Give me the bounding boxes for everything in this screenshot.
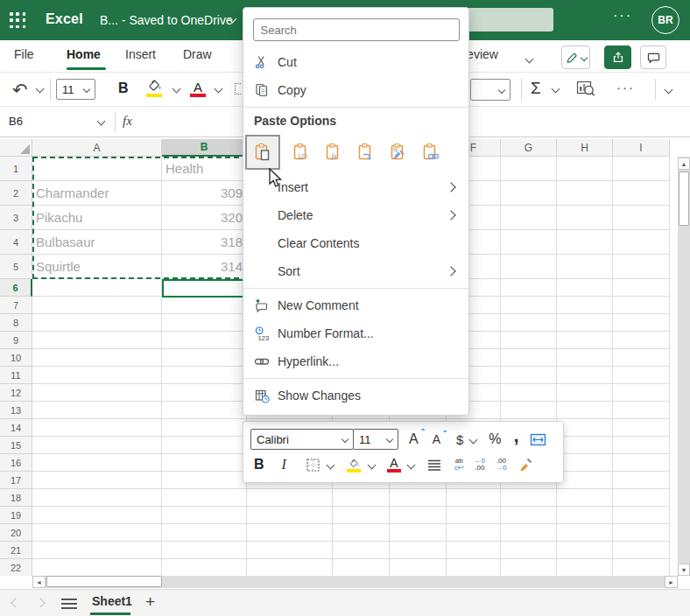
cell-G19[interactable] (501, 507, 557, 524)
cell-G13[interactable] (501, 402, 557, 419)
cell-A5[interactable]: Squirtle (32, 255, 162, 279)
cell-A12[interactable] (32, 384, 162, 402)
align-text-icon[interactable] (426, 458, 442, 471)
accounting-chevron-icon[interactable] (469, 435, 478, 444)
cell-F19[interactable] (447, 507, 501, 524)
cell-C21[interactable] (247, 542, 333, 559)
active-cell-outline[interactable] (162, 279, 249, 298)
cell-G7[interactable] (501, 297, 557, 314)
mini-fill-chevron-icon[interactable] (367, 460, 376, 469)
mini-bold-button[interactable]: B (254, 457, 264, 472)
scroll-left-button[interactable]: ◄ (32, 576, 46, 588)
cell-G10[interactable] (501, 349, 557, 367)
cell-I18[interactable] (613, 489, 670, 507)
cell-I3[interactable] (613, 206, 670, 230)
cell-A10[interactable] (32, 349, 162, 367)
wrap-text-icon[interactable]: abc↩ (454, 458, 464, 472)
menu-item-show-changes[interactable]: Show Changes (243, 382, 468, 410)
cell-I6[interactable] (613, 279, 670, 297)
font-color-chevron-icon[interactable] (215, 85, 223, 94)
font-color-icon[interactable]: A (194, 80, 202, 94)
decrease-decimal-icon[interactable]: .00→0 (496, 458, 506, 472)
cell-G2[interactable] (501, 181, 557, 206)
cell-G9[interactable] (501, 332, 557, 349)
undo-icon[interactable]: ↶ (12, 80, 28, 101)
scroll-up-button[interactable]: ▲ (678, 158, 690, 170)
decrease-font-size-icon[interactable]: Aˇ (433, 432, 440, 446)
font-name-select[interactable]: Calibri (250, 429, 354, 450)
cell-A20[interactable] (32, 524, 162, 542)
cell-I4[interactable] (613, 230, 670, 255)
tab-draw[interactable]: Draw (183, 47, 212, 61)
row-header-9[interactable]: 9 (0, 332, 32, 349)
select-all-corner[interactable] (0, 139, 32, 157)
borders-icon-partial[interactable] (235, 83, 241, 94)
cell-I8[interactable] (613, 314, 670, 332)
cell-G5[interactable] (501, 255, 557, 279)
editing-mode-button[interactable] (561, 46, 590, 69)
cell-D20[interactable] (333, 524, 390, 542)
mini-font-color-icon[interactable]: A (387, 458, 401, 472)
cell-H7[interactable] (557, 297, 613, 314)
cell-B12[interactable] (162, 384, 247, 402)
row-header-1[interactable]: 1 (0, 157, 32, 181)
name-box-chevron-icon[interactable] (97, 117, 106, 126)
row-header-16[interactable]: 16 (0, 454, 32, 472)
cell-I16[interactable] (613, 454, 670, 472)
row-header-17[interactable]: 17 (0, 472, 32, 489)
tab-home[interactable]: Home (67, 47, 101, 61)
cell-C22[interactable] (247, 559, 333, 576)
cell-A21[interactable] (32, 542, 162, 559)
cell-A11[interactable] (32, 367, 162, 384)
previous-sheet-icon[interactable] (11, 598, 20, 607)
cell-I17[interactable] (613, 472, 670, 489)
cell-F18[interactable] (447, 489, 501, 507)
cell-H16[interactable] (557, 454, 613, 472)
cell-A17[interactable] (32, 472, 162, 489)
cell-B1[interactable]: Health (162, 157, 247, 181)
paste-formatting-icon[interactable]: % (387, 135, 410, 170)
paste-icon[interactable] (245, 135, 280, 170)
cell-H19[interactable] (557, 507, 613, 524)
share-button[interactable] (604, 46, 631, 69)
cell-I15[interactable] (613, 437, 670, 454)
cell-B9[interactable] (162, 332, 247, 349)
cell-H9[interactable] (557, 332, 613, 349)
cell-I19[interactable] (613, 507, 670, 524)
cell-A22[interactable] (32, 559, 162, 576)
cell-E18[interactable] (390, 489, 447, 507)
mini-font-size-select[interactable]: 11 (353, 429, 398, 450)
scroll-right-button[interactable]: ► (665, 576, 678, 588)
comma-format-icon[interactable]: , (514, 424, 519, 447)
cell-H2[interactable] (557, 181, 613, 206)
menu-item-hyperlink[interactable]: Hyperlink... (243, 347, 468, 375)
cell-A4[interactable]: Bulbasaur (32, 230, 162, 255)
cell-B2[interactable]: 309 (162, 181, 247, 206)
cell-G8[interactable] (501, 314, 557, 332)
column-header-i[interactable]: I (613, 139, 670, 157)
cell-C19[interactable] (247, 507, 333, 524)
cell-I2[interactable] (613, 181, 670, 206)
cell-I12[interactable] (613, 384, 670, 402)
cell-H20[interactable] (557, 524, 613, 542)
cell-H15[interactable] (557, 437, 613, 454)
cell-I13[interactable] (613, 402, 670, 419)
cell-A2[interactable]: Charmander (32, 181, 162, 206)
horizontal-scroll-thumb[interactable] (46, 576, 162, 587)
percent-format-icon[interactable]: % (489, 431, 501, 447)
row-header-12[interactable]: 12 (0, 384, 32, 402)
row-header-15[interactable]: 15 (0, 437, 32, 454)
row-header-4[interactable]: 4 (0, 230, 32, 255)
tab-insert[interactable]: Insert (125, 47, 156, 61)
cell-G21[interactable] (501, 542, 557, 559)
collapse-ribbon-chevron-icon[interactable] (665, 86, 673, 94)
undo-chevron-icon[interactable] (36, 85, 45, 94)
row-header-7[interactable]: 7 (0, 297, 32, 314)
cell-B3[interactable]: 320 (162, 206, 247, 230)
cell-E20[interactable] (390, 524, 447, 542)
cell-H5[interactable] (557, 255, 613, 279)
cell-I21[interactable] (613, 542, 670, 559)
cell-H3[interactable] (557, 206, 613, 230)
menu-item-delete[interactable]: Delete (243, 201, 468, 229)
column-header-a[interactable]: A (32, 139, 162, 157)
